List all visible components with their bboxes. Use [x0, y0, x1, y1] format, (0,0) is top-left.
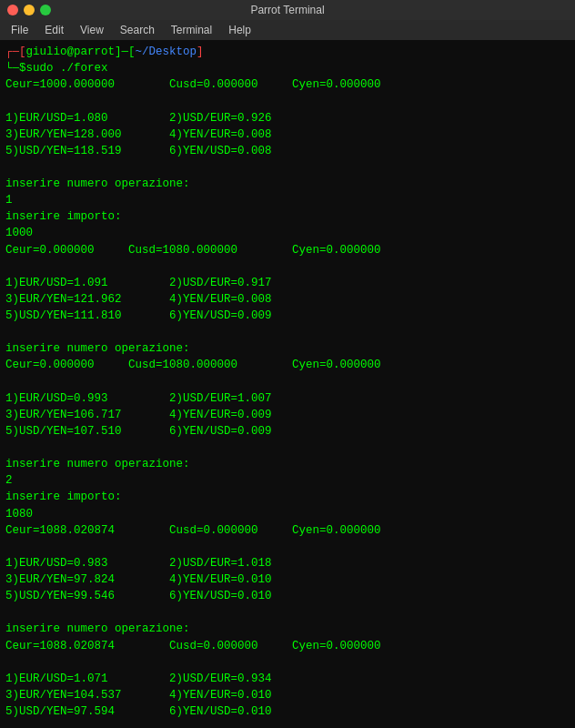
terminal-line: 1)EUR/USD=0.993 2)USD/EUR=1.007	[5, 390, 570, 407]
terminal-line	[5, 374, 570, 390]
menu-view[interactable]: View	[73, 22, 111, 38]
terminal-line: Ceur=1088.020874 Cusd=0.000000 Cyen=0.00…	[5, 522, 570, 539]
terminal-line: 3)EUR/YEN=104.537 4)YEN/EUR=0.010	[5, 687, 570, 703]
terminal-line	[5, 258, 570, 275]
prompt-path: ~/Desktop	[136, 44, 197, 60]
prompt-user: giulio	[26, 44, 67, 60]
prompt-line: ┌─[ giulio @ parrot ]─[ ~/Desktop ]	[5, 44, 570, 60]
terminal-line: inserire importo:	[5, 208, 570, 225]
terminal-line: 3)EUR/YEN=121.962 4)YEN/EUR=0.008	[5, 291, 570, 308]
terminal-line: 1000	[5, 225, 570, 241]
command-line: └─ $sudo ./forex	[5, 60, 570, 76]
command-text: $sudo ./forex	[19, 60, 108, 76]
terminal-line: 1)EUR/USD=0.983 2)USD/EUR=1.018	[5, 555, 570, 571]
terminal-line: 1)EUR/USD=1.080 2)USD/EUR=0.926	[5, 110, 570, 126]
terminal-line: inserire importo:	[5, 489, 570, 505]
terminal-line	[5, 539, 570, 555]
terminal-line: 5)USD/YEN=111.810 6)YEN/USD=0.009	[5, 308, 570, 324]
terminal-line	[5, 159, 570, 176]
terminal-line: 1)EUR/USD=1.071 2)USD/EUR=0.934	[5, 671, 570, 687]
terminal-line: 3)EUR/YEN=106.717 4)YEN/EUR=0.009	[5, 407, 570, 423]
bracket-left: ┌─[	[5, 44, 26, 60]
terminal-line	[5, 720, 570, 728]
titlebar: Parrot Terminal	[0, 0, 575, 20]
terminal-line: inserire numero operazione:	[5, 621, 570, 637]
terminal-line: Ceur=0.000000 Cusd=1080.000000 Cyen=0.00…	[5, 357, 570, 373]
terminal-line: inserire numero operazione:	[5, 340, 570, 357]
terminal-line	[5, 654, 570, 671]
menu-edit[interactable]: Edit	[37, 22, 71, 38]
menubar: File Edit View Search Terminal Help	[0, 20, 575, 40]
terminal-line	[5, 440, 570, 456]
terminal-output: Ceur=1000.000000 Cusd=0.000000 Cyen=0.00…	[5, 76, 570, 728]
terminal-line: 5)USD/YEN=118.519 6)YEN/USD=0.008	[5, 143, 570, 159]
terminal-line: 1)EUR/USD=1.091 2)USD/EUR=0.917	[5, 275, 570, 291]
terminal-line	[5, 324, 570, 340]
terminal-line: 3)EUR/YEN=97.824 4)YEN/EUR=0.010	[5, 571, 570, 588]
terminal-line	[5, 604, 570, 621]
terminal-line: 1080	[5, 506, 570, 522]
menu-help[interactable]: Help	[221, 22, 258, 38]
terminal-line: 1	[5, 192, 570, 208]
terminal-line: 5)USD/YEN=97.594 6)YEN/USD=0.010	[5, 703, 570, 720]
window-controls[interactable]	[7, 5, 51, 15]
terminal-line: Ceur=1000.000000 Cusd=0.000000 Cyen=0.00…	[5, 76, 570, 93]
terminal-line: inserire numero operazione:	[5, 176, 570, 192]
menu-search[interactable]: Search	[113, 22, 162, 38]
terminal-area[interactable]: ┌─[ giulio @ parrot ]─[ ~/Desktop ] └─ $…	[0, 40, 575, 728]
minimize-button[interactable]	[24, 5, 35, 15]
close-button[interactable]	[7, 5, 18, 15]
terminal-line: inserire numero operazione:	[5, 456, 570, 472]
terminal-line: Ceur=0.000000 Cusd=1080.000000 Cyen=0.00…	[5, 242, 570, 258]
prompt-at: @	[67, 44, 75, 60]
terminal-line: 5)USD/YEN=107.510 6)YEN/USD=0.009	[5, 423, 570, 440]
menu-terminal[interactable]: Terminal	[164, 22, 219, 38]
maximize-button[interactable]	[40, 5, 51, 15]
bracket-right: ]	[197, 44, 204, 60]
terminal-line: 3)EUR/YEN=128.000 4)YEN/EUR=0.008	[5, 126, 570, 143]
menu-file[interactable]: File	[4, 22, 35, 38]
prompt-sep: ]─[	[115, 44, 136, 60]
prompt-corner: └─	[5, 60, 19, 76]
prompt-host: parrot	[74, 44, 115, 60]
window-title: Parrot Terminal	[250, 4, 324, 16]
terminal-line	[5, 93, 570, 109]
terminal-line: 2	[5, 472, 570, 489]
terminal-line: Ceur=1088.020874 Cusd=0.000000 Cyen=0.00…	[5, 638, 570, 654]
terminal-line: 5)USD/YEN=99.546 6)YEN/USD=0.010	[5, 588, 570, 604]
